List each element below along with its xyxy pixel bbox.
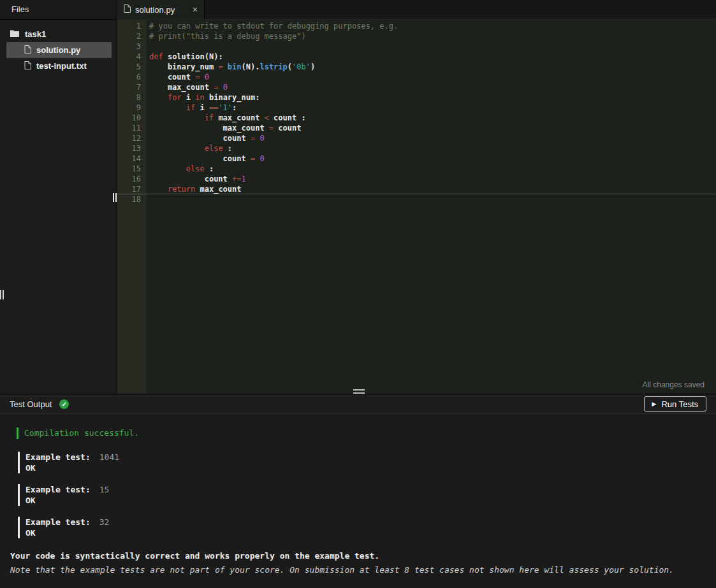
code-line[interactable]: 15 else : <box>117 164 716 174</box>
folder-label: task1 <box>25 29 46 39</box>
line-number: 5 <box>117 62 147 72</box>
compilation-status: Compilation successful. <box>17 427 706 439</box>
code-area[interactable]: 1# you can write to stdout for debugging… <box>117 20 716 394</box>
tab-solution-py[interactable]: solution.py × <box>117 0 205 19</box>
code-line[interactable]: 11 max_count = count <box>117 123 716 133</box>
file-icon <box>24 61 31 71</box>
test-output-panel: Test Output ✓ ▶ Run Tests Compilation su… <box>0 394 716 588</box>
code-editor: solution.py × 1# you can write to stdout… <box>117 0 716 394</box>
file-item-test-input-txt[interactable]: test-input.txt <box>6 58 112 74</box>
code-line[interactable]: 9 if i =='1': <box>117 103 716 113</box>
line-number: 13 <box>117 143 147 154</box>
code-line[interactable]: 10 if max_count < count : <box>117 113 716 123</box>
line-number: 10 <box>117 113 147 123</box>
code-line[interactable]: 12 count = 0 <box>117 133 716 143</box>
code-line[interactable]: 6 count = 0 <box>117 72 716 82</box>
test-result-status: OK <box>26 463 706 473</box>
test-output-title: Test Output <box>10 399 52 409</box>
test-result-block: Example test:15 OK <box>18 484 706 506</box>
code-line[interactable]: 16 count +=1 <box>117 174 716 184</box>
code-line[interactable]: 3 <box>117 41 716 52</box>
line-number: 2 <box>117 31 147 41</box>
line-number: 1 <box>117 21 147 31</box>
success-check-icon: ✓ <box>59 399 69 409</box>
line-number: 18 <box>117 194 147 204</box>
file-icon <box>24 45 31 55</box>
test-result-block: Example test:32 OK <box>18 517 706 538</box>
file-item-label: test-input.txt <box>36 61 87 71</box>
result-note: Note that the example tests are not part… <box>10 564 706 575</box>
code-line[interactable]: 18 <box>117 194 716 204</box>
line-number: 14 <box>117 154 147 164</box>
code-line[interactable]: 2# print("this is a debug message") <box>117 31 716 41</box>
test-result-value: 15 <box>99 485 110 494</box>
run-tests-button[interactable]: ▶ Run Tests <box>644 396 707 412</box>
code-line[interactable]: 7 max_count = 0 <box>117 82 716 92</box>
file-tree: task1 solution.py test-input.txt <box>0 20 116 74</box>
test-result-label: Example test: <box>26 485 91 494</box>
test-result-label: Example test: <box>26 517 91 527</box>
test-result-block: Example test:1041 OK <box>18 452 706 473</box>
files-panel-title: Files <box>11 4 29 14</box>
code-line[interactable]: 5 binary_num = bin(N).lstrip('0b') <box>117 62 716 72</box>
code-line[interactable]: 13 else : <box>117 143 716 154</box>
files-panel: Files task1 solution.py test-input.txt <box>0 0 117 394</box>
run-tests-label: Run Tests <box>661 399 698 409</box>
line-number: 6 <box>117 72 147 82</box>
test-output-body: Compilation successful. Example test:104… <box>0 414 716 575</box>
panel-splitter-handle[interactable] <box>353 389 365 394</box>
save-status: All changes saved <box>643 380 705 389</box>
line-number: 4 <box>117 52 147 62</box>
tab-label: solution.py <box>135 5 188 15</box>
line-number: 16 <box>117 174 147 184</box>
editor-cursor <box>113 193 117 202</box>
line-number: 12 <box>117 133 147 143</box>
line-number: 11 <box>117 123 147 133</box>
test-result-value: 1041 <box>99 452 119 462</box>
line-number: 7 <box>117 82 147 92</box>
folder-icon <box>10 29 19 39</box>
code-line[interactable]: 4def solution(N): <box>117 52 716 62</box>
code-line[interactable]: 8 for i in binary_num: <box>117 92 716 103</box>
file-item-label: solution.py <box>36 45 80 55</box>
test-result-status: OK <box>26 495 706 506</box>
tab-close-icon[interactable]: × <box>193 4 198 15</box>
code-line[interactable]: 1# you can write to stdout for debugging… <box>117 21 716 31</box>
code-line[interactable]: 17 return max_count <box>117 184 716 194</box>
test-output-header: Test Output ✓ ▶ Run Tests <box>0 394 716 414</box>
result-summary: Your code is syntactically correct and w… <box>10 550 706 561</box>
editor-tab-bar: solution.py × <box>117 0 716 20</box>
code-line[interactable]: 14 count = 0 <box>117 154 716 164</box>
line-number: 3 <box>117 41 147 52</box>
test-result-status: OK <box>26 527 706 538</box>
line-number: 9 <box>117 103 147 113</box>
test-result-value: 32 <box>99 517 110 527</box>
files-panel-header: Files <box>0 0 116 20</box>
folder-task1[interactable]: task1 <box>0 25 116 42</box>
play-icon: ▶ <box>652 401 657 407</box>
code-lines: 1# you can write to stdout for debugging… <box>117 21 716 204</box>
line-number: 17 <box>117 184 147 194</box>
file-icon <box>124 4 131 15</box>
line-number: 8 <box>117 92 147 103</box>
file-item-solution-py[interactable]: solution.py <box>6 42 112 58</box>
line-number: 15 <box>117 164 147 174</box>
test-result-label: Example test: <box>26 452 91 462</box>
sidebar-resize-handle[interactable] <box>0 290 4 299</box>
